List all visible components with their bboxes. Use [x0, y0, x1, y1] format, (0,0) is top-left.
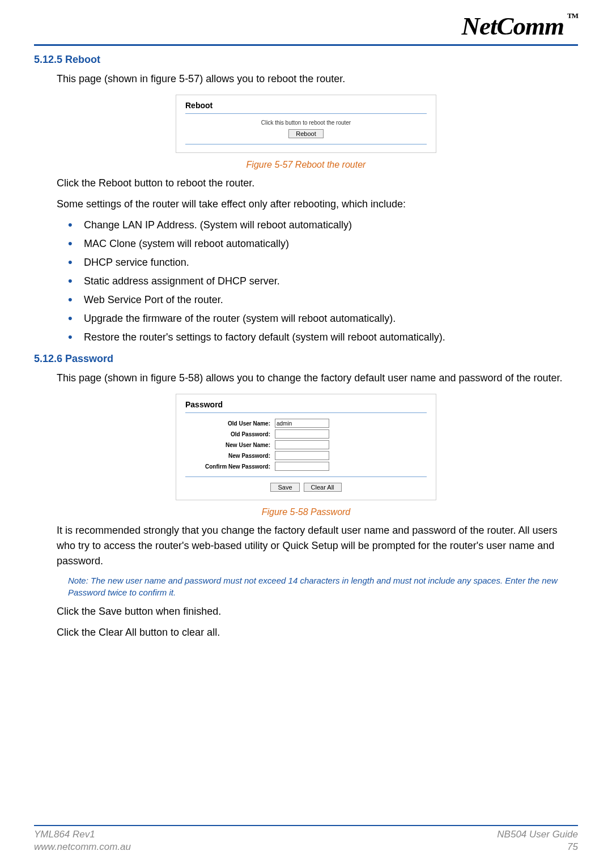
- figure-caption-password: Figure 5-58 Password: [262, 507, 351, 517]
- list-item: Restore the router's settings to factory…: [68, 330, 578, 345]
- label-old-user: Old User Name:: [185, 420, 275, 427]
- brand-name: NetComm: [462, 12, 564, 40]
- reboot-para1: Click the Reboot button to reboot the ro…: [57, 176, 578, 191]
- old-password-input[interactable]: [275, 429, 329, 439]
- footer-rev: YML864 Rev1: [34, 828, 131, 841]
- figure-reboot: Reboot Click this button to reboot the r…: [34, 95, 578, 170]
- footer-left: YML864 Rev1 www.netcomm.com.au: [34, 828, 131, 853]
- list-item: Web Service Port of the router.: [68, 292, 578, 308]
- label-new-pass: New Password:: [185, 453, 275, 459]
- old-user-name-input[interactable]: [275, 419, 329, 428]
- save-button[interactable]: Save: [270, 483, 299, 492]
- trademark-symbol: TM: [567, 11, 578, 20]
- label-new-user: New User Name:: [185, 442, 275, 448]
- reboot-intro: This page (shown in figure 5-57) allows …: [57, 71, 578, 87]
- panel-divider: [185, 412, 427, 413]
- footer-guide: NB504 User Guide: [497, 828, 578, 841]
- new-user-name-input[interactable]: [275, 440, 329, 449]
- panel-divider: [185, 113, 427, 114]
- reboot-panel: Reboot Click this button to reboot the r…: [176, 95, 436, 153]
- form-row-new-user: New User Name:: [185, 440, 427, 449]
- panel-divider: [185, 476, 427, 477]
- form-row-old-pass: Old Password:: [185, 429, 427, 439]
- password-panel: Password Old User Name: Old Password: Ne…: [176, 394, 436, 500]
- password-intro: This page (shown in figure 5-58) allows …: [57, 371, 578, 386]
- list-item: Change LAN IP Address. (System will rebo…: [68, 218, 578, 233]
- reboot-para2: Some settings of the router will take ef…: [57, 197, 578, 212]
- form-row-old-user: Old User Name:: [185, 419, 427, 428]
- password-note: Note: The new user name and password mus…: [68, 575, 578, 598]
- brand-logo: NetCommTM: [462, 11, 578, 41]
- header-logo-row: NetCommTM: [34, 11, 578, 41]
- password-para2: Click the Save button when finished.: [57, 604, 578, 619]
- footer-url: www.netcomm.com.au: [34, 841, 131, 853]
- password-para1: It is recommended strongly that you chan…: [57, 523, 578, 569]
- form-row-confirm: Confirm New Password:: [185, 462, 427, 471]
- password-para3: Click the Clear All button to clear all.: [57, 625, 578, 640]
- label-old-pass: Old Password:: [185, 431, 275, 437]
- footer-right: NB504 User Guide 75: [497, 828, 578, 853]
- reboot-bullet-list: Change LAN IP Address. (System will rebo…: [68, 218, 578, 345]
- list-item: MAC Clone (system will reboot automatica…: [68, 236, 578, 252]
- new-password-input[interactable]: [275, 451, 329, 460]
- clear-all-button[interactable]: Clear All: [304, 483, 342, 492]
- list-item: Static address assignment of DHCP server…: [68, 274, 578, 289]
- form-row-new-pass: New Password:: [185, 451, 427, 460]
- footer-divider: [34, 825, 578, 826]
- reboot-button[interactable]: Reboot: [288, 129, 323, 138]
- reboot-panel-title: Reboot: [185, 101, 427, 110]
- confirm-password-input[interactable]: [275, 462, 329, 471]
- section-heading-password: 5.12.6 Password: [34, 353, 578, 365]
- footer-page-number: 75: [497, 841, 578, 853]
- figure-password: Password Old User Name: Old Password: Ne…: [34, 394, 578, 517]
- section-heading-reboot: 5.12.5 Reboot: [34, 54, 578, 66]
- list-item: Upgrade the firmware of the router (syst…: [68, 311, 578, 326]
- page-footer: YML864 Rev1 www.netcomm.com.au NB504 Use…: [34, 825, 578, 853]
- figure-caption-reboot: Figure 5-57 Reboot the router: [246, 160, 366, 170]
- header-divider: [34, 44, 578, 46]
- panel-divider: [185, 144, 427, 144]
- reboot-panel-hint: Click this button to reboot the router: [185, 120, 427, 126]
- password-panel-title: Password: [185, 400, 427, 409]
- label-confirm: Confirm New Password:: [185, 463, 275, 470]
- list-item: DHCP service function.: [68, 255, 578, 270]
